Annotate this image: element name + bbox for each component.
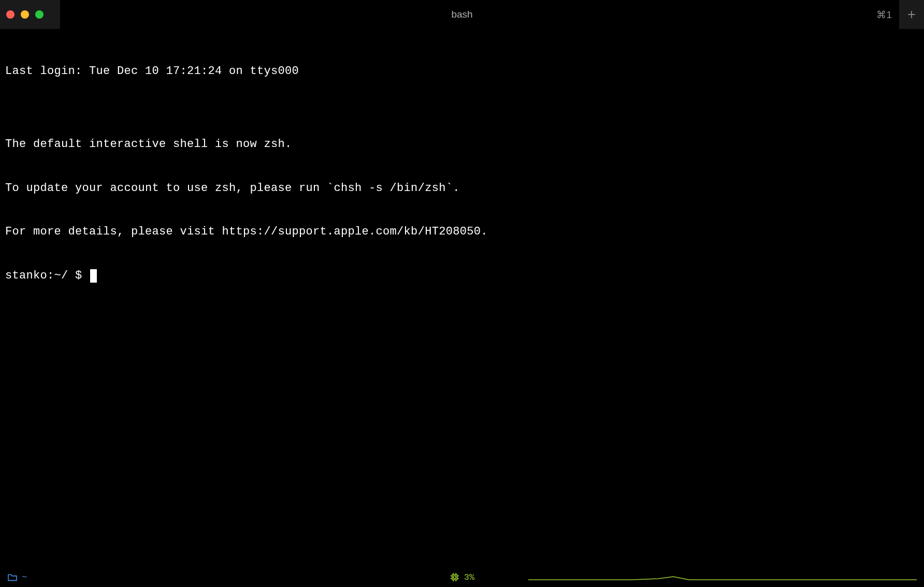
- terminal-line: Last login: Tue Dec 10 17:21:24 on ttys0…: [5, 64, 919, 79]
- maximize-button[interactable]: [35, 10, 44, 19]
- svg-rect-1: [453, 576, 456, 579]
- cpu-sparkline: [528, 568, 917, 581]
- terminal-line: The default interactive shell is now zsh…: [5, 137, 919, 152]
- cpu-icon: [450, 572, 460, 582]
- terminal-cursor: [90, 269, 97, 283]
- folder-icon: [7, 573, 18, 581]
- titlebar-right: ⌘1 +: [876, 0, 924, 29]
- titlebar: bash ⌘1 +: [0, 0, 924, 29]
- terminal-line: For more details, please visit https://s…: [5, 225, 919, 239]
- new-tab-button[interactable]: +: [899, 0, 924, 29]
- window-controls: [6, 10, 52, 19]
- terminal-prompt[interactable]: stanko:~/ $: [5, 269, 919, 283]
- status-path-label: ~: [22, 573, 27, 582]
- tab-shortcut-label: ⌘1: [876, 9, 899, 21]
- active-tab[interactable]: [0, 0, 60, 29]
- terminal-line: To update your account to use zsh, pleas…: [5, 181, 919, 196]
- prompt-symbol: $: [75, 269, 82, 283]
- close-button[interactable]: [6, 10, 15, 19]
- prompt-path: ~/: [54, 269, 68, 283]
- window-title: bash: [451, 9, 472, 20]
- terminal-output[interactable]: Last login: Tue Dec 10 17:21:24 on ttys0…: [0, 29, 924, 304]
- cpu-percent-label: 3%: [464, 573, 474, 582]
- prompt-host: stanko: [5, 269, 47, 283]
- statusbar: ~ 3%: [0, 567, 924, 587]
- status-path[interactable]: ~: [7, 573, 27, 582]
- svg-rect-0: [452, 575, 457, 580]
- status-cpu: 3%: [450, 572, 474, 582]
- minimize-button[interactable]: [21, 10, 29, 19]
